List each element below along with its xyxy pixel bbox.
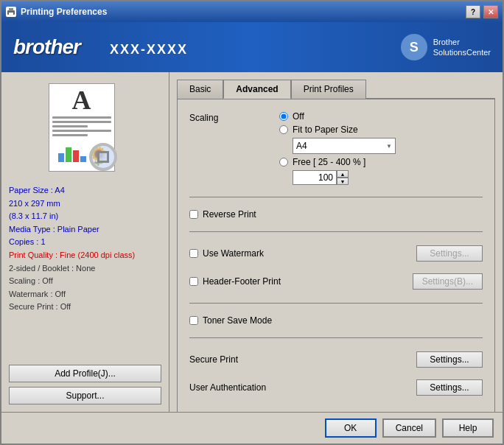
copies-info: Copies : 1 (9, 236, 161, 249)
cancel-button[interactable]: Cancel (382, 418, 436, 438)
doc-line (52, 116, 111, 119)
header-footer-left: Header-Footer Print (189, 276, 281, 287)
header-footer-checkbox[interactable] (189, 277, 198, 286)
footer: OK Cancel Help (1, 412, 503, 444)
chart-bar-4 (80, 156, 86, 162)
preview-area: A (9, 80, 161, 175)
print-quality-info: Print Quality : Fine (2400 dpi class) (9, 249, 161, 262)
magnifier-lens (97, 151, 109, 163)
chart-bar-2 (66, 147, 71, 162)
scaling-off-option[interactable]: Off (279, 111, 483, 122)
spin-buttons: ▲ ▼ (337, 170, 349, 185)
header-left: brother XXX-XXXX (13, 35, 188, 59)
support-button[interactable]: Support... (9, 387, 161, 404)
close-button[interactable]: ✕ (483, 5, 498, 18)
scaling-free-radio[interactable] (279, 158, 288, 167)
header-bar: brother XXX-XXXX S Brother SolutionsCent… (1, 22, 503, 72)
scaling-free-option[interactable]: Free [ 25 - 400 % ] (279, 157, 483, 167)
secure-print-label: Secure Print (189, 354, 293, 365)
reverse-print-label: Reverse Print (203, 209, 256, 220)
tab-basic[interactable]: Basic (177, 80, 223, 99)
help-footer-button[interactable]: Help (442, 418, 494, 438)
spin-down-button[interactable]: ▼ (337, 178, 349, 185)
chart-area: 🌻 (52, 139, 111, 168)
tab-spacer (366, 80, 495, 99)
paper-size-info: Paper Size : A4 (9, 184, 161, 197)
tab-advanced[interactable]: Advanced (223, 80, 290, 99)
sided-info: 2-sided / Booklet : None (9, 262, 161, 276)
dimensions-info: 210 x 297 mm (9, 197, 161, 211)
secure-print-row: Secure Print Settings... (189, 350, 483, 369)
scaling-controls: Off Fit to Paper Size A4 ▼ (279, 111, 483, 185)
free-value-input[interactable] (293, 170, 337, 185)
reverse-print-row[interactable]: Reverse Print (189, 209, 483, 220)
reverse-print-checkbox[interactable] (189, 210, 198, 219)
divider-2 (189, 231, 483, 232)
ok-button[interactable]: OK (325, 418, 377, 438)
scaling-row: Scaling Off Fit to Paper Size A4 (189, 111, 483, 185)
header-footer-label: Header-Footer Print (203, 276, 281, 287)
doc-letter: A (52, 87, 111, 113)
add-profile-button[interactable]: Add Profile(J)... (9, 365, 161, 382)
left-buttons: Add Profile(J)... Support... (9, 365, 161, 404)
watermark-settings-button[interactable]: Settings... (416, 245, 483, 262)
doc-line-short (52, 125, 88, 127)
left-panel: A (1, 72, 169, 412)
toner-save-row[interactable]: Toner Save Mode (189, 315, 483, 326)
watermark-info: Watermark : Off (9, 288, 161, 301)
doc-page: A (49, 83, 115, 172)
paper-size-dropdown[interactable]: A4 ▼ (293, 138, 396, 154)
main-content: A (1, 72, 503, 412)
info-section: Paper Size : A4 210 x 297 mm (8.3 x 11.7… (9, 184, 161, 314)
watermark-row: Use Watermark Settings... (189, 244, 483, 263)
doc-line (52, 130, 111, 132)
chart-bar-3 (73, 150, 79, 162)
doc-line (52, 121, 111, 123)
svg-rect-1 (9, 8, 13, 11)
tabs-wrapper: Basic Advanced Print Profiles (177, 80, 495, 99)
solutions-center: S Brother SolutionsCenter (401, 34, 491, 60)
scaling-free-label: Free [ 25 - 400 % ] (293, 157, 365, 167)
user-auth-settings-button[interactable]: Settings... (416, 379, 483, 396)
secure-print-info: Secure Print : Off (9, 301, 161, 314)
tab-content-advanced: Scaling Off Fit to Paper Size A4 (177, 99, 495, 412)
doc-line-short (52, 134, 88, 136)
document-preview: A (45, 80, 126, 175)
dropdown-arrow-icon: ▼ (386, 143, 392, 150)
window-title: Printing Preferences (21, 7, 107, 17)
paper-size-value: A4 (296, 141, 307, 151)
doc-lines (52, 116, 111, 136)
dimensions2-info: (8.3 x 11.7 in) (9, 210, 161, 223)
solutions-logo: S (401, 34, 427, 60)
secure-print-settings-button[interactable]: Settings... (416, 351, 483, 368)
printer-icon (6, 7, 16, 17)
header-footer-settings-button[interactable]: Settings(B)... (413, 273, 483, 290)
scaling-fit-option[interactable]: Fit to Paper Size (279, 125, 483, 135)
footer-buttons: OK Cancel Help (325, 418, 494, 438)
tab-print-profiles[interactable]: Print Profiles (291, 80, 366, 99)
scaling-off-radio[interactable] (279, 112, 288, 121)
divider-4 (189, 337, 483, 338)
doc-chart (58, 141, 88, 162)
scaling-label: Scaling (189, 111, 270, 123)
user-auth-label: User Authentication (189, 382, 293, 393)
watermark-left: Use Watermark (189, 248, 264, 259)
scaling-off-label: Off (293, 111, 304, 122)
help-button[interactable]: ? (466, 5, 480, 18)
scaling-fit-label: Fit to Paper Size (293, 125, 358, 135)
spin-control: ▲ ▼ (293, 170, 483, 185)
header-footer-row: Header-Footer Print Settings(B)... (189, 272, 483, 291)
watermark-label: Use Watermark (203, 248, 264, 259)
model-name: XXX-XXXX (110, 42, 188, 57)
spin-control-row: ▲ ▼ (293, 170, 483, 185)
watermark-checkbox[interactable] (189, 249, 198, 258)
paper-size-dropdown-row: A4 ▼ (293, 138, 483, 154)
divider-3 (189, 303, 483, 304)
title-bar: Printing Preferences ? ✕ (1, 1, 503, 22)
printing-preferences-window: Printing Preferences ? ✕ brother XXX-XXX… (0, 0, 504, 445)
scaling-fit-radio[interactable] (279, 125, 288, 134)
right-panel: Basic Advanced Print Profiles Scaling (169, 72, 503, 412)
divider-1 (189, 197, 483, 197)
toner-save-checkbox[interactable] (189, 316, 198, 325)
spin-up-button[interactable]: ▲ (337, 170, 349, 178)
